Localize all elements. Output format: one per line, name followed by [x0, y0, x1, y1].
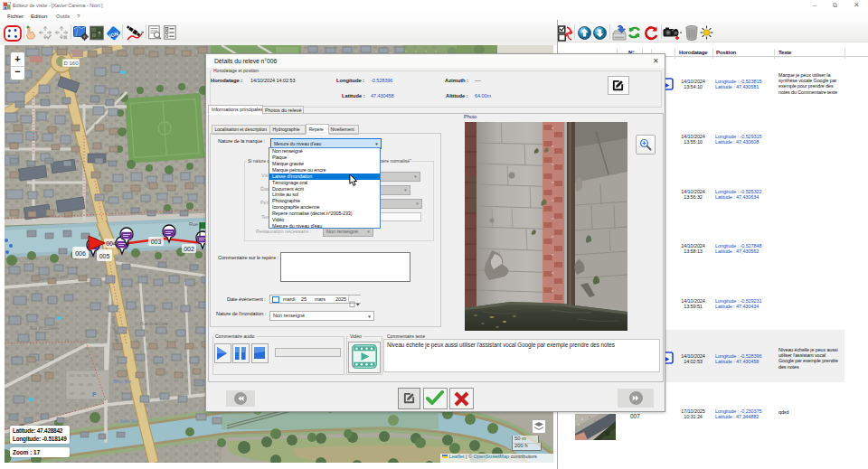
svg-text:Rue: Rue	[189, 221, 198, 227]
svg-text:Rue Fr. Coutelle: Rue Fr. Coutelle	[30, 326, 60, 331]
svg-text:Belle Tour: Belle Tour	[113, 380, 132, 384]
svg-text:006: 006	[75, 250, 86, 257]
svg-text:002: 002	[184, 246, 194, 252]
svg-text:Rue de la Gare: Rue de la Gare	[140, 322, 168, 326]
svg-text:003: 003	[151, 239, 162, 245]
svg-text:Belle Tour: Belle Tour	[120, 419, 139, 424]
svg-text:004: 004	[106, 240, 117, 247]
svg-text:P: P	[92, 391, 97, 398]
svg-text:005: 005	[99, 253, 110, 259]
svg-text:D 160: D 160	[63, 61, 79, 66]
